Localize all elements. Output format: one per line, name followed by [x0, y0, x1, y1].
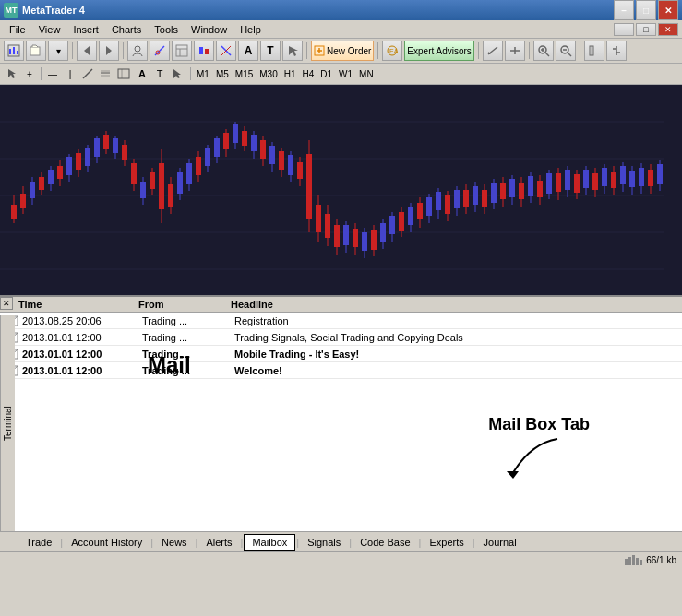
mail-time-1: 2013.01.01 12:00 — [22, 332, 142, 343]
mail-table-header: Time From Headline — [0, 297, 682, 313]
tb-chart4[interactable] — [505, 41, 525, 61]
tb-new-chart[interactable] — [4, 41, 24, 61]
tb-chart6[interactable] — [606, 41, 627, 61]
tb-expand[interactable] — [114, 65, 133, 82]
mail-row-1[interactable]: 2013.01.01 12:00 Trading ... Trading Sig… — [0, 329, 682, 346]
mail-row-2[interactable]: 2013.01.01 12:00 Trading ... Mobile Trad… — [0, 346, 682, 362]
svg-rect-10 — [176, 45, 187, 56]
svg-rect-133 — [380, 223, 386, 242]
svg-rect-131 — [371, 230, 377, 250]
separator1 — [72, 42, 73, 59]
tb-text[interactable]: A — [238, 41, 258, 61]
tb-zoom-in[interactable] — [533, 41, 554, 61]
tab-trade[interactable]: Trade — [18, 535, 59, 550]
mail-row-3[interactable]: 2013.01.01 12:00 Trading ... Welcome! — [0, 362, 682, 379]
tf-h1[interactable]: H1 — [281, 65, 299, 82]
svg-line-40 — [83, 69, 92, 78]
svg-rect-200 — [628, 557, 631, 565]
svg-rect-55 — [20, 194, 26, 208]
status-bar: 66/1 kb — [0, 551, 682, 568]
svg-rect-4 — [30, 47, 40, 55]
tb-cursor[interactable] — [282, 41, 303, 61]
menu-tools[interactable]: Tools — [149, 22, 184, 37]
outer-close-btn[interactable]: ✕ — [658, 0, 678, 20]
svg-rect-65 — [66, 157, 72, 175]
tab-account-history[interactable]: Account History — [64, 535, 150, 550]
svg-rect-165 — [528, 176, 533, 196]
tf-m5[interactable]: M5 — [213, 65, 232, 82]
inner-restore-btn[interactable]: □ — [636, 23, 656, 36]
tf-mn[interactable]: MN — [356, 65, 377, 82]
tb-line-v[interactable]: | — [62, 65, 78, 82]
inner-minimize-btn[interactable]: – — [614, 23, 634, 36]
tab-news[interactable]: News — [154, 535, 195, 550]
tf-d1[interactable]: D1 — [317, 65, 335, 82]
tb-dropdown1[interactable]: ▾ — [48, 41, 68, 61]
tb-zoom-out[interactable] — [556, 41, 576, 61]
tb-text-tool[interactable]: A — [134, 65, 150, 82]
expert-advisors-btn[interactable]: Expert Advisors — [404, 41, 473, 61]
tf-m15[interactable]: M15 — [233, 65, 256, 82]
svg-rect-193 — [657, 164, 663, 184]
menu-help[interactable]: Help — [234, 22, 267, 37]
inner-close-btn[interactable]: ✕ — [658, 23, 678, 36]
svg-rect-103 — [242, 131, 247, 146]
tf-m30[interactable]: M30 — [257, 65, 280, 82]
tb-text-tool2[interactable]: T — [151, 65, 168, 82]
svg-rect-61 — [48, 170, 54, 184]
tb-period-sep[interactable] — [194, 41, 214, 61]
tb-template[interactable] — [172, 41, 192, 61]
menu-file[interactable]: File — [4, 22, 31, 37]
tab-codebase[interactable]: Code Base — [353, 535, 417, 550]
status-bars-icon — [624, 555, 642, 566]
svg-rect-167 — [537, 181, 543, 197]
tb-line-diag[interactable] — [79, 65, 96, 82]
tb-open[interactable] — [26, 41, 46, 61]
new-order-btn[interactable]: New Order — [311, 41, 374, 61]
tab-mailbox[interactable]: Mailbox — [244, 534, 295, 551]
menu-insert[interactable]: Insert — [67, 22, 104, 37]
tab-alerts[interactable]: Alerts — [198, 535, 239, 550]
svg-rect-187 — [629, 171, 635, 187]
tb-ea-icon[interactable]: EA — [382, 41, 402, 61]
tab-sep-6: | — [419, 537, 422, 548]
svg-rect-145 — [436, 192, 441, 210]
tb-cursor2[interactable] — [169, 65, 187, 82]
tb-line-h[interactable]: — — [44, 65, 61, 82]
tb-crosshair[interactable]: + — [21, 65, 38, 82]
outer-maximize-btn[interactable]: □ — [636, 0, 656, 20]
tb-indicators[interactable] — [150, 41, 170, 61]
tf-m1[interactable]: M1 — [194, 65, 212, 82]
tf-w1[interactable]: W1 — [336, 65, 355, 82]
tab-sep-4: | — [296, 537, 299, 548]
tb-profile[interactable] — [127, 41, 148, 61]
tb-forward[interactable] — [99, 41, 119, 61]
terminal-close-btn[interactable]: ✕ — [0, 297, 13, 310]
menu-charts[interactable]: Charts — [106, 22, 147, 37]
tb-back[interactable] — [77, 41, 97, 61]
col-header-from: From — [138, 299, 231, 310]
tb-fib[interactable] — [97, 65, 114, 82]
tb-chart5[interactable] — [584, 41, 604, 61]
new-order-label: New Order — [327, 46, 371, 56]
tab-signals[interactable]: Signals — [300, 535, 348, 550]
menu-view[interactable]: View — [33, 22, 66, 37]
tab-experts[interactable]: Experts — [422, 535, 471, 550]
svg-rect-127 — [353, 229, 358, 247]
menu-window[interactable]: Window — [185, 22, 233, 37]
chart-area[interactable] — [0, 85, 682, 297]
svg-rect-73 — [103, 135, 109, 149]
mail-time-2: 2013.01.01 12:00 — [22, 349, 142, 360]
tb-arrow-cursor[interactable] — [4, 65, 20, 82]
mail-row-0[interactable]: 2013.08.25 20:06 Trading ... Registratio… — [0, 313, 682, 329]
tb-chart3[interactable] — [483, 41, 503, 61]
tb-chart2[interactable] — [216, 41, 236, 61]
mail-headline-3: Welcome! — [234, 365, 678, 376]
outer-minimize-btn[interactable]: – — [614, 0, 634, 20]
tf-h4[interactable]: H4 — [300, 65, 317, 82]
tab-journal[interactable]: Journal — [476, 535, 524, 550]
tb-text2[interactable]: T — [260, 41, 281, 61]
svg-rect-129 — [362, 232, 367, 251]
svg-rect-147 — [445, 195, 450, 214]
window-title: MetaTrader 4 — [22, 5, 85, 16]
